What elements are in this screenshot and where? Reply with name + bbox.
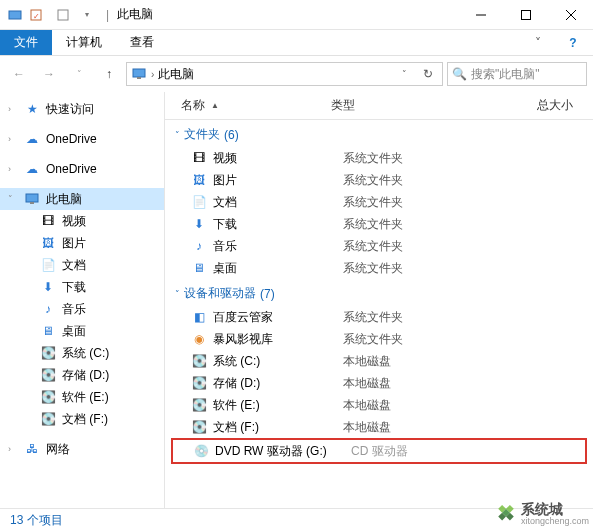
sidebar-pictures[interactable]: 🖼图片 [0,232,164,254]
drive-icon: 💽 [40,345,56,361]
search-input[interactable]: 🔍 搜索"此电脑" [447,62,587,86]
expand-icon[interactable]: › [8,104,18,114]
item-drive-f[interactable]: 💽文档 (F:)本地磁盘 [165,416,593,438]
nav-back-button[interactable]: ← [6,61,32,87]
maximize-button[interactable] [503,0,548,30]
collapse-icon[interactable]: ˅ [8,194,18,204]
tab-file[interactable]: 文件 [0,30,52,55]
sidebar-label: OneDrive [46,132,97,146]
svg-rect-8 [137,77,141,79]
svg-rect-10 [30,202,34,204]
drive-icon: 💽 [191,353,207,369]
group-count: (7) [260,287,275,301]
sidebar-label: 软件 (E:) [62,389,109,406]
column-header-name[interactable]: 名称▲ [181,97,331,114]
expand-icon[interactable]: › [8,164,18,174]
watermark: 系统城 xitongcheng.com [495,502,589,526]
minimize-button[interactable] [458,0,503,30]
column-header-type[interactable]: 类型 [331,97,471,114]
tab-computer[interactable]: 计算机 [52,30,116,55]
this-pc-icon [24,191,40,207]
group-header-folders[interactable]: ˅ 文件夹 (6) [165,120,593,147]
this-pc-icon [131,66,147,82]
documents-icon: 📄 [40,257,56,273]
sidebar-videos[interactable]: 🎞视频 [0,210,164,232]
address-box[interactable]: › 此电脑 ˅ ↻ [126,62,443,86]
group-count: (6) [224,128,239,142]
navigation-pane[interactable]: › ★ 快速访问 › ☁ OneDrive › ☁ OneDrive ˅ 此电脑… [0,92,165,508]
item-drive-c[interactable]: 💽系统 (C:)本地磁盘 [165,350,593,372]
breadcrumb-this-pc[interactable]: 此电脑 [158,66,194,83]
chevron-down-icon: ˅ [175,289,180,299]
group-label: 设备和驱动器 [184,285,256,302]
refresh-icon[interactable]: ↻ [418,64,438,84]
sidebar-onedrive[interactable]: › ☁ OneDrive [0,158,164,180]
content-pane[interactable]: 名称▲ 类型 总大小 ˅ 文件夹 (6) 🎞视频系统文件夹 🖼图片系统文件夹 📄… [165,92,593,508]
expand-icon[interactable]: › [8,134,18,144]
music-icon: ♪ [40,301,56,317]
item-music[interactable]: ♪音乐系统文件夹 [165,235,593,257]
item-pictures[interactable]: 🖼图片系统文件夹 [165,169,593,191]
sidebar-label: 此电脑 [46,191,82,208]
column-header-size[interactable]: 总大小 [471,97,593,114]
sidebar-label: 文档 [62,257,86,274]
item-videos[interactable]: 🎞视频系统文件夹 [165,147,593,169]
sidebar-network[interactable]: › 🖧 网络 [0,438,164,460]
item-documents[interactable]: 📄文档系统文件夹 [165,191,593,213]
address-dropdown-icon[interactable]: ˅ [394,64,414,84]
tab-view[interactable]: 查看 [116,30,168,55]
help-icon[interactable]: ? [553,30,593,55]
sidebar-documents[interactable]: 📄文档 [0,254,164,276]
sidebar-label: 下载 [62,279,86,296]
group-label: 文件夹 [184,126,220,143]
drive-icon: 💽 [191,375,207,391]
sidebar-label: 视频 [62,213,86,230]
highlighted-cd-drive: 💿DVD RW 驱动器 (G:)CD 驱动器 [171,438,587,464]
item-downloads[interactable]: ⬇下载系统文件夹 [165,213,593,235]
nav-forward-button[interactable]: → [36,61,62,87]
sidebar-drive-f[interactable]: 💽文档 (F:) [0,408,164,430]
sidebar-label: 系统 (C:) [62,345,109,362]
qat-expand-icon[interactable]: ▾ [76,4,98,26]
sort-asc-icon: ▲ [211,101,219,110]
sidebar-drive-d[interactable]: 💽存储 (D:) [0,364,164,386]
sidebar-downloads[interactable]: ⬇下载 [0,276,164,298]
sidebar-drive-c[interactable]: 💽系统 (C:) [0,342,164,364]
qat-properties-icon[interactable]: ✓ [28,4,50,26]
downloads-icon: ⬇ [191,216,207,232]
item-baofeng[interactable]: ◉暴风影视库系统文件夹 [165,328,593,350]
search-placeholder: 搜索"此电脑" [471,66,540,83]
chevron-right-icon[interactable]: › [151,69,154,80]
sidebar-desktop[interactable]: 🖥桌面 [0,320,164,342]
app-icon[interactable] [4,4,26,26]
item-drive-e[interactable]: 💽软件 (E:)本地磁盘 [165,394,593,416]
svg-rect-9 [26,194,38,202]
desktop-icon: 🖥 [40,323,56,339]
sidebar-label: 快速访问 [46,101,94,118]
close-button[interactable] [548,0,593,30]
sidebar-drive-e[interactable]: 💽软件 (E:) [0,386,164,408]
sidebar-music[interactable]: ♪音乐 [0,298,164,320]
videos-icon: 🎞 [191,150,207,166]
sidebar-this-pc[interactable]: ˅ 此电脑 [0,188,164,210]
main-area: › ★ 快速访问 › ☁ OneDrive › ☁ OneDrive ˅ 此电脑… [0,92,593,508]
sidebar-onedrive[interactable]: › ☁ OneDrive [0,128,164,150]
documents-icon: 📄 [191,194,207,210]
ribbon-expand-icon[interactable]: ˅ [523,30,553,55]
sidebar-label: 文档 (F:) [62,411,108,428]
nav-recent-dropdown[interactable]: ˅ [66,61,92,87]
item-drive-d[interactable]: 💽存储 (D:)本地磁盘 [165,372,593,394]
svg-rect-7 [133,69,145,77]
item-desktop[interactable]: 🖥桌面系统文件夹 [165,257,593,279]
expand-icon[interactable]: › [8,444,18,454]
item-dvd-drive[interactable]: 💿DVD RW 驱动器 (G:)CD 驱动器 [173,440,585,462]
item-baidu-cloud[interactable]: ◧百度云管家系统文件夹 [165,306,593,328]
drive-icon: 💽 [40,389,56,405]
qat-dropdown-icon[interactable] [52,4,74,26]
app-icon: ◧ [191,309,207,325]
quick-access-toolbar: ✓ ▾ [0,4,102,26]
titlebar: ✓ ▾ | 此电脑 [0,0,593,30]
group-header-devices[interactable]: ˅ 设备和驱动器 (7) [165,279,593,306]
nav-up-button[interactable]: ↑ [96,61,122,87]
sidebar-quick-access[interactable]: › ★ 快速访问 [0,98,164,120]
